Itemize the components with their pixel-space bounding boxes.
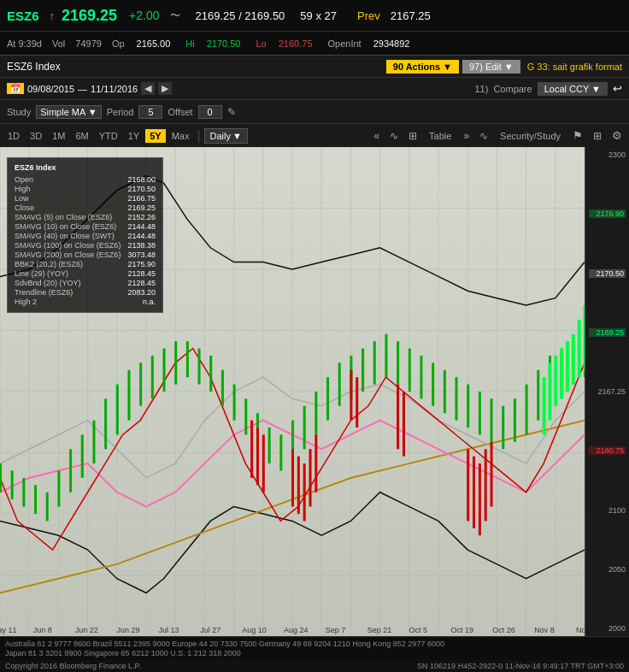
period-label: Period — [107, 107, 134, 117]
main-layout: ESZ6 ↑ 2169.25 +2.00 〜 2169.25 / 2169.50… — [0, 0, 629, 672]
security-study-button[interactable]: Security/Study — [495, 129, 566, 143]
legend-value: 2169.25 — [127, 203, 156, 212]
study-value: Simple MA — [40, 107, 85, 117]
study-dropdown-icon: ▼ — [88, 107, 97, 117]
tf-chevron-left-button[interactable]: « — [370, 128, 383, 144]
tf-3d-button[interactable]: 3D — [26, 129, 46, 143]
tf-daily-button[interactable]: Daily ▼ — [204, 128, 248, 144]
local-ccy-dropdown-icon: ▼ — [591, 84, 601, 94]
prev-label: Prev — [357, 9, 380, 22]
legend-rows: Open2168.00High2170.50Low2166.75Close216… — [15, 175, 156, 306]
study-label: Study — [7, 107, 31, 117]
zoom-button[interactable]: ⊞ — [590, 128, 605, 144]
legend-value: 2168.00 — [127, 175, 156, 184]
study-bar: Study Simple MA ▼ Period Offset ✎ — [0, 99, 629, 123]
actions-button[interactable]: 90 Actions ▼ — [386, 60, 459, 74]
oi-label: OpenInt — [328, 38, 362, 49]
legend-value: 2166.75 — [127, 194, 156, 203]
legend-row: Open2168.00 — [15, 175, 156, 184]
study-select-button[interactable]: Simple MA ▼ — [36, 105, 102, 119]
legend-row: SMAVG (200) on Close (ESZ6)3073.48 — [15, 251, 156, 259]
legend-row: Low2166.75 — [15, 194, 156, 203]
price-tick: 2160.75 — [589, 446, 626, 455]
date-from: 09/08/2015 — [27, 84, 74, 94]
vol-label: Vol — [52, 38, 65, 49]
price-tick: 2050 — [589, 565, 626, 574]
local-ccy-label: Local CCY — [544, 84, 589, 94]
pencil-icon[interactable]: ✎ — [227, 106, 236, 118]
legend-value: 2128.45 — [127, 279, 156, 287]
edit-button[interactable]: 97) Edit ▼ — [462, 60, 520, 74]
price-tick: 2169.25 — [589, 328, 626, 337]
tf-chevron-right-button[interactable]: » — [460, 128, 473, 144]
legend-row: BBK2 (20,2) (ESZ6)2175.90 — [15, 260, 156, 268]
legend-value: n.a. — [143, 298, 156, 306]
top-bar: ESZ6 ↑ 2169.25 +2.00 〜 2169.25 / 2169.50… — [0, 0, 629, 31]
chart-container[interactable]: ESZ6 Index Open2168.00High2170.50Low2166… — [0, 147, 629, 636]
date-to: 11/11/2016 — [91, 84, 138, 94]
legend-row: SMAVG (40) on Close (SWT)2144.48 — [15, 232, 156, 240]
hi-value: 2170.50 — [207, 38, 241, 49]
legend-value: 2144.48 — [127, 232, 156, 240]
settings-button[interactable]: ⚙ — [608, 127, 626, 144]
title-bar: ESZ6 Index 90 Actions ▼ 97) Edit ▼ G 33:… — [0, 55, 629, 77]
lo-value: 2160.75 — [279, 38, 313, 49]
copyright-text: Copyright 2016 Bloomberg Finance L.P. — [5, 662, 141, 670]
compare-num: 11) — [475, 84, 489, 94]
flag-button[interactable]: ⚑ — [569, 127, 586, 144]
price-range: 2169.25 / 2169.50 — [196, 9, 285, 22]
price-tick: 2167.25 — [589, 387, 626, 396]
calendar-button[interactable]: 📅 — [7, 83, 24, 94]
price-tick: 2000 — [589, 624, 626, 633]
tf-1y-button[interactable]: 1Y — [124, 129, 144, 143]
legend-label: SMAVG (200) on Close (ESZ6) — [15, 251, 121, 259]
legend-row: SMAVG (5) on Close (ESZ6)2152.26 — [15, 213, 156, 221]
price-tick: 2170.50 — [589, 269, 626, 278]
g-info: G 33: sait grafik format — [527, 62, 622, 72]
nav-next-button[interactable]: ▶ — [158, 82, 172, 95]
legend-label: Open — [15, 175, 33, 184]
tf-bar-icon-button[interactable]: ⊞ — [405, 128, 420, 144]
tf-compare-icon-button[interactable]: ∿ — [476, 128, 491, 144]
legend-label: Trendline (ESZ6) — [15, 288, 73, 297]
legend-label: SMAVG (5) on Close (ESZ6) — [15, 213, 112, 221]
sn-text: SN 106219 H452-2922-0 11-Nov-16 9:49:17 … — [417, 662, 624, 670]
legend-row: Line (29) (YOY)2128.45 — [15, 269, 156, 278]
legend-label: SMAVG (40) on Close (SWT) — [15, 232, 115, 240]
period-input[interactable] — [138, 105, 162, 119]
legend-label: SMAVG (10) on Close (ESZ6) — [15, 222, 116, 231]
tf-line-icon-button[interactable]: ∿ — [386, 128, 402, 144]
time-info: At 9:39d — [7, 38, 42, 49]
legend-box: ESZ6 Index Open2168.00High2170.50Low2166… — [7, 157, 163, 313]
legend-value: 2128.45 — [127, 269, 156, 278]
legend-row: SdvBnd (20) (YOY)2128.45 — [15, 279, 156, 287]
local-ccy-button[interactable]: Local CCY ▼ — [538, 82, 608, 96]
tf-1m-button[interactable]: 1M — [48, 129, 69, 143]
nav-prev-button[interactable]: ◀ — [141, 82, 155, 95]
date-bar: 📅 09/08/2015 — 11/11/2016 ◀ ▶ 11) Compar… — [0, 77, 629, 99]
legend-row: High2170.50 — [15, 185, 156, 193]
prev-value: 2167.25 — [391, 9, 431, 22]
tf-max-button[interactable]: Max — [168, 129, 194, 143]
legend-value: 3073.48 — [127, 251, 156, 259]
table-button[interactable]: Table — [424, 129, 456, 143]
tf-1d-button[interactable]: 1D — [3, 129, 24, 143]
bottom-bar: Australia 61 2 9777 8600 Brazil 5511 239… — [0, 636, 629, 660]
second-bar: At 9:39d Vol 74979 Op 2165.00 Hi 2170.50… — [0, 31, 629, 55]
tf-ytd-button[interactable]: YTD — [95, 129, 122, 143]
price-size: 59 x 27 — [300, 9, 337, 22]
status-bar: Copyright 2016 Bloomberg Finance L.P. SN… — [0, 660, 629, 672]
price-up-icon: ↑ — [50, 9, 56, 22]
legend-value: 2144.48 — [127, 222, 156, 231]
offset-input[interactable] — [198, 105, 222, 119]
tf-daily-dropdown-icon: ▼ — [232, 131, 242, 141]
price-main: 2169.25 — [62, 7, 117, 25]
actions-dropdown-icon: ▼ — [443, 62, 452, 72]
offset-label: Offset — [168, 107, 192, 117]
tf-5y-button[interactable]: 5Y — [145, 129, 165, 143]
back-button[interactable]: ↩ — [613, 82, 622, 95]
legend-row: SMAVG (10) on Close (ESZ6)2144.48 — [15, 222, 156, 231]
lo-label: Lo — [256, 38, 266, 49]
legend-label: High 2 — [15, 298, 37, 306]
tf-6m-button[interactable]: 6M — [71, 129, 92, 143]
